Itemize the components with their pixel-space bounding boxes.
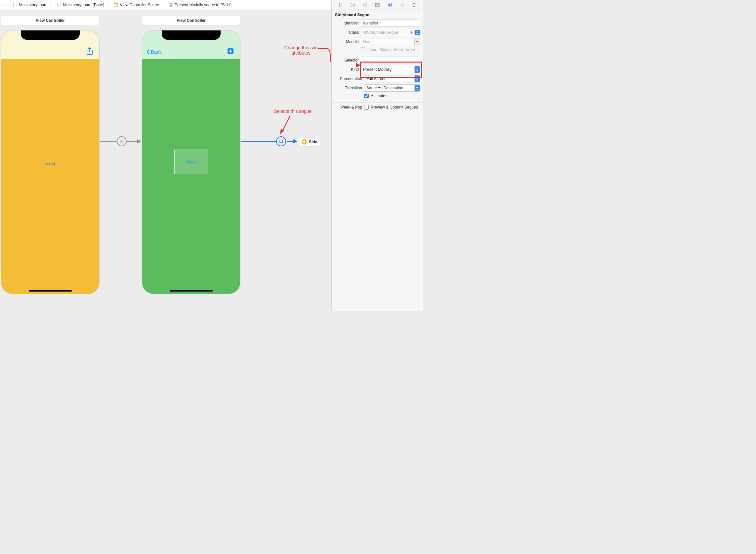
- svg-rect-26: [375, 3, 379, 7]
- inherit-checkbox-input[interactable]: [361, 47, 365, 52]
- peekpop-checkbox-input[interactable]: [364, 105, 369, 110]
- chevron-updown-icon: ▴▾: [415, 75, 420, 82]
- crumb-label: Main.storyboard (Base): [63, 3, 105, 7]
- vc-title-bar[interactable]: View Controller: [142, 15, 240, 25]
- history-inspector-tab[interactable]: [349, 1, 357, 9]
- peekpop-option-label: Preview & Commit Segues: [371, 105, 418, 110]
- phone-frame: Back Next: [142, 30, 240, 294]
- field-inherit: Inherit Module From Target: [332, 46, 423, 53]
- annotation-arrow-line: [318, 48, 328, 49]
- spacer: [332, 53, 423, 56]
- annotation-arrowhead-inspector: [356, 63, 361, 67]
- next-button[interactable]: Next: [1, 161, 99, 166]
- phone-frame: Next: [1, 30, 100, 294]
- crumb-ls[interactable]: ls 〉: [0, 2, 11, 8]
- segue-icon-1[interactable]: [117, 136, 127, 146]
- container-view[interactable]: Next: [174, 150, 208, 174]
- svg-point-6: [169, 3, 172, 7]
- crumb-main-storyboard-base[interactable]: Main.storyboard (Base) 〉: [56, 2, 112, 8]
- identity-inspector-tab[interactable]: [373, 1, 381, 9]
- segue-icon-selected[interactable]: [276, 136, 286, 146]
- storyboard-reference-side[interactable]: Side: [299, 138, 320, 146]
- field-identifier: Identifier: [332, 18, 423, 28]
- size-inspector-tab[interactable]: [398, 1, 406, 9]
- field-transition: Transition Same As Destination ▴▾: [332, 84, 423, 93]
- segue-arrowhead-selected: [293, 139, 297, 143]
- kind-dropdown[interactable]: Present Modally ▴▾: [361, 66, 420, 73]
- download-icon[interactable]: [227, 48, 234, 56]
- chevron-updown-icon: ▴▾: [415, 30, 420, 35]
- back-label: Back: [151, 49, 162, 55]
- crumb-label: ls: [1, 3, 4, 7]
- inherit-label: Inherit Module From Target: [367, 47, 415, 52]
- annotation-arrow-change: [327, 47, 331, 67]
- crumb-label: View Controller Scene: [120, 3, 159, 7]
- svg-text:?: ?: [365, 4, 366, 7]
- chevron-updown-icon: ▴▾: [415, 66, 420, 73]
- class-dropdown[interactable]: UIStoryboardSegue ⊕ ▴▾: [361, 29, 420, 36]
- module-dropdown[interactable]: None ▾: [361, 38, 420, 45]
- animates-checkbox-input[interactable]: [364, 94, 369, 98]
- annotation-arrow-select: [280, 115, 291, 136]
- segue-line-selected[interactable]: [241, 141, 277, 142]
- presentation-value: Full Screen: [366, 76, 387, 81]
- field-selector: Selector: [332, 56, 423, 65]
- crumb-main-storyboard[interactable]: Main.storyboard 〉: [12, 2, 55, 8]
- inspector-tabs: ?: [332, 0, 423, 10]
- field-presentation: Presentation Full Screen ▴▾: [332, 74, 423, 84]
- svg-rect-0: [13, 3, 17, 7]
- chevron-right-icon: 〉: [106, 2, 111, 8]
- presentation-dropdown[interactable]: Full Screen ▴▾: [364, 75, 420, 82]
- share-icon[interactable]: [86, 47, 93, 57]
- connections-inspector-tab[interactable]: [411, 1, 418, 9]
- annotation-select-segue: Selecte this segue: [274, 109, 312, 114]
- svg-marker-22: [280, 129, 284, 134]
- kind-label: Kind: [335, 67, 359, 72]
- storyboard-file-icon: [57, 2, 62, 8]
- home-indicator: [29, 290, 72, 291]
- segue-arrowhead-1: [137, 139, 141, 143]
- phone-notch: [162, 31, 220, 40]
- crumb-label: Present Modally segue to "Side": [175, 3, 231, 7]
- view-controller-1[interactable]: View Controller Next: [1, 15, 100, 294]
- help-inspector-tab[interactable]: ?: [361, 1, 369, 9]
- identifier-label: Identifier: [335, 21, 359, 25]
- identifier-input[interactable]: [361, 19, 420, 27]
- field-animates: Animates: [332, 93, 423, 99]
- chevron-updown-icon: ▾: [415, 38, 420, 45]
- circle-plus-icon[interactable]: ⊕: [410, 30, 413, 35]
- file-inspector-tab[interactable]: [337, 1, 344, 9]
- selector-label: Selector: [335, 58, 359, 63]
- svg-rect-1: [14, 4, 16, 4]
- crumb-scene[interactable]: View Controller Scene 〉: [113, 2, 167, 8]
- module-value: None: [363, 39, 373, 44]
- back-button[interactable]: Back: [146, 49, 162, 55]
- animates-label: Animates: [371, 94, 387, 98]
- field-peek-pop: Peek & Pop Preview & Commit Segues: [332, 104, 423, 111]
- svg-rect-3: [58, 4, 60, 4]
- reference-label: Side: [309, 140, 317, 144]
- attributes-inspector-tab[interactable]: [386, 1, 394, 9]
- transition-dropdown[interactable]: Same As Destination ▴▾: [364, 85, 420, 92]
- transition-label: Transition: [335, 86, 362, 90]
- view-controller-2[interactable]: View Controller Back Next: [142, 15, 240, 294]
- vc-title-bar[interactable]: View Controller: [1, 15, 100, 25]
- class-value: UIStoryboardSegue: [363, 30, 398, 35]
- inspector-section-title: Storyboard Segue: [332, 10, 423, 18]
- peekpop-checkbox[interactable]: Preview & Commit Segues: [364, 105, 418, 110]
- svg-rect-5: [114, 3, 118, 4]
- reference-badge-icon: [302, 139, 307, 145]
- chevron-updown-icon: ▴▾: [415, 85, 420, 91]
- selector-input[interactable]: [361, 57, 420, 64]
- inherit-checkbox[interactable]: Inherit Module From Target: [361, 47, 415, 52]
- kind-value: Present Modally: [363, 67, 391, 72]
- storyboard-canvas[interactable]: View Controller Next View Controller Bac…: [0, 10, 331, 311]
- crumb-segue[interactable]: Present Modally segue to "Side": [167, 2, 232, 8]
- chevron-right-icon: 〉: [161, 2, 166, 8]
- svg-line-21: [282, 116, 290, 132]
- chevron-right-icon: 〉: [49, 2, 55, 8]
- container-label: Next: [187, 159, 196, 164]
- animates-checkbox[interactable]: Animates: [364, 94, 387, 98]
- annotation-change-two: Change this two attributes: [279, 45, 322, 56]
- transition-value: Same As Destination: [366, 86, 403, 90]
